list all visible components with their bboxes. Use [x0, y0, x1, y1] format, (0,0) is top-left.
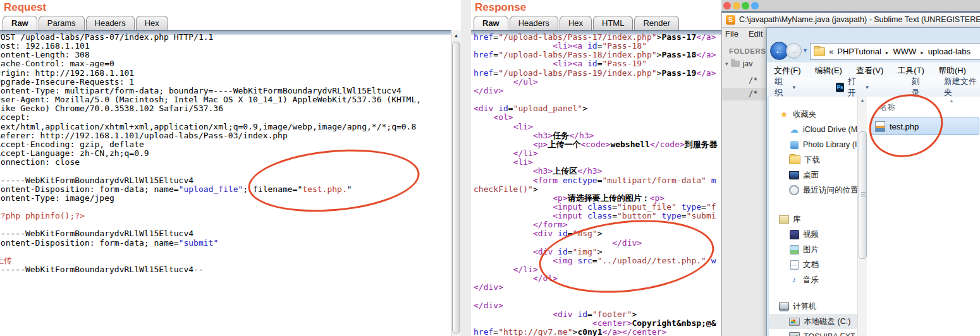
sublime-file-item[interactable]: /*	[749, 76, 757, 85]
tab-hex[interactable]: Hex	[136, 16, 168, 30]
toolbar-button[interactable]: 新建文件夹	[944, 76, 980, 99]
scroll-up-icon[interactable]: ▲	[858, 98, 867, 102]
sublime-file-item[interactable]: /*	[749, 89, 757, 98]
window-control-dot[interactable]	[723, 2, 731, 9]
code-line: <div id="footer">	[474, 310, 721, 319]
code-line: Accept-Encoding: gzip, deflate	[0, 140, 451, 149]
sublime-menubar: FileEdit	[725, 29, 763, 39]
code-line: </ul>	[474, 78, 721, 87]
code-line: <li><a id="Pass-18"	[474, 42, 721, 51]
code-line: Content-Disposition: form-data; name="su…	[0, 239, 451, 248]
breadcrumb-segment[interactable]: WWW	[893, 47, 916, 56]
menu-item[interactable]: 帮助(H)	[938, 65, 966, 76]
code-line: POST /upload-labs/Pass-07/index.php HTTP…	[0, 33, 451, 42]
nav-item-label: TOSHIBA EXT c	[804, 332, 857, 336]
computer-icon	[779, 301, 789, 311]
window-control-dot[interactable]	[751, 2, 759, 9]
tab-headers[interactable]: Headers	[510, 16, 558, 30]
code-line: text/html,application/xhtml+xml,applicat…	[0, 123, 451, 131]
libraries-icon	[779, 214, 789, 224]
nav-item[interactable]: ★收藏夹	[769, 107, 857, 122]
code-line: User-Agent: Mozilla/5.0 (Macintosh; Inte…	[0, 95, 451, 104]
toolbar-button[interactable]: 组织▼	[775, 76, 797, 99]
nav-item[interactable]: 本地磁盘 (C:)	[769, 314, 857, 329]
navigation-pane: ★收藏夹☁iCloud Drive (MPhoto Library (I下载桌面…	[769, 97, 857, 336]
menu-item[interactable]: 工具(T)	[897, 65, 924, 76]
nav-item-label: 视频	[803, 229, 819, 240]
sublime-titlebar[interactable]: S C:\javapath\MyName.java (javapath) - S…	[722, 13, 980, 28]
code-line: <p>请选择要上传的图片：<p>	[474, 194, 721, 203]
menu-item-edit[interactable]: Edit	[749, 29, 763, 39]
tab-render[interactable]: Render	[634, 16, 679, 30]
tab-html[interactable]: HTML	[593, 16, 633, 30]
downloads-folder-icon	[789, 155, 800, 165]
menu-item[interactable]: 查看(V)	[856, 65, 883, 76]
photo-library-icon	[789, 140, 799, 150]
nav-item[interactable]: 库	[769, 212, 857, 227]
tab-hex[interactable]: Hex	[560, 16, 592, 30]
tab-params[interactable]: Params	[39, 16, 85, 30]
navigation-scrollbar[interactable]: ▲	[857, 97, 867, 336]
breadcrumb-separator-icon[interactable]: ▸	[886, 49, 889, 56]
code-line: Content-Length: 308	[0, 51, 451, 59]
chevron-down-icon: ▼	[865, 85, 870, 90]
nav-item[interactable]: 文档	[769, 257, 857, 272]
scrollbar-thumb[interactable]	[859, 131, 867, 259]
code-line	[474, 95, 721, 104]
window-control-dot[interactable]	[733, 2, 740, 9]
nav-item[interactable]: 下载	[769, 152, 857, 167]
pictures-icon	[789, 244, 799, 255]
code-line: Accept:	[0, 113, 451, 122]
nav-item[interactable]: 最近访问的位置	[769, 183, 857, 198]
nav-item-label: 音乐	[803, 275, 819, 285]
scroll-up-icon[interactable]: ▲	[451, 31, 461, 40]
breadcrumb-separator-icon[interactable]: ▸	[921, 49, 924, 56]
code-line: ------WebKitFormBoundarydvRLlWl15Eltucv4…	[0, 265, 451, 274]
window-control-dot[interactable]	[742, 2, 749, 9]
code-line: <input class="button" type="submi	[474, 212, 721, 220]
breadcrumb-overflow-icon[interactable]: «	[829, 47, 833, 56]
nav-item[interactable]: 视频	[769, 227, 857, 242]
code-line: Content-Type: multipart/form-data; bound…	[0, 87, 451, 95]
menu-item[interactable]: 编辑(E)	[815, 65, 842, 76]
address-dropdown-icon[interactable]: ▼	[802, 47, 808, 54]
nav-item[interactable]: 图片	[769, 242, 857, 257]
tab-headers[interactable]: Headers	[86, 16, 135, 30]
tab-raw[interactable]: Raw	[3, 16, 37, 30]
nav-item[interactable]: 桌面	[769, 167, 857, 183]
nav-item[interactable]: 计算机	[769, 299, 857, 314]
screen: Request RawParamsHeadersHex POST /upload…	[0, 0, 980, 336]
nav-item-label: 库	[793, 214, 801, 225]
vm-window-titlebar	[721, 0, 980, 13]
sublime-folder-item[interactable]: ▾ jav	[725, 59, 753, 68]
videos-icon	[789, 229, 799, 239]
menu-item[interactable]: 文件(F)	[774, 65, 801, 76]
chevron-down-icon[interactable]: ▾	[725, 61, 728, 67]
nav-item-label: 计算机	[793, 301, 817, 312]
sort-arrow-icon[interactable]: ▲	[949, 98, 954, 104]
code-line: <form enctype="multipart/form-data" m	[474, 176, 721, 185]
nav-item[interactable]: ♪音乐	[769, 272, 857, 287]
forward-arrow-icon[interactable]: →	[786, 43, 802, 59]
nav-item[interactable]: ☁iCloud Drive (M	[769, 122, 857, 137]
nav-item[interactable]: Photo Library (I	[769, 137, 857, 152]
menu-item-file[interactable]: File	[725, 29, 738, 39]
breadcrumb-segment[interactable]: upload-labs	[928, 47, 971, 56]
code-line: href="/upload-labs/Pass-17/index.php">Pa…	[474, 33, 721, 42]
code-line	[0, 203, 451, 212]
desktop-icon	[789, 170, 799, 180]
toolbar-button[interactable]: Ps打开▼	[836, 76, 870, 99]
breadcrumb-segment[interactable]: PHPTutorial	[837, 47, 881, 56]
code-line: Cache-Control: max-age=0	[0, 59, 451, 68]
sublime-logo-icon: S	[726, 15, 735, 25]
code-line: ------WebKitFormBoundarydvRLlWl15Eltucv4	[0, 229, 451, 238]
request-scrollbar[interactable]: ▲	[451, 30, 461, 336]
address-bar[interactable]: « PHPTutorial▸WWW▸upload-labs	[810, 43, 980, 60]
code-line: <center>Copyright&nbsp;@&	[474, 319, 721, 328]
code-line: <h3>任务</h3>	[474, 131, 721, 140]
response-title: Response	[475, 1, 526, 14]
tab-raw[interactable]: Raw	[474, 16, 508, 30]
scrollbar-thumb[interactable]	[452, 42, 460, 333]
nav-item[interactable]: TOSHIBA EXT c	[769, 329, 857, 336]
code-line	[474, 292, 721, 301]
